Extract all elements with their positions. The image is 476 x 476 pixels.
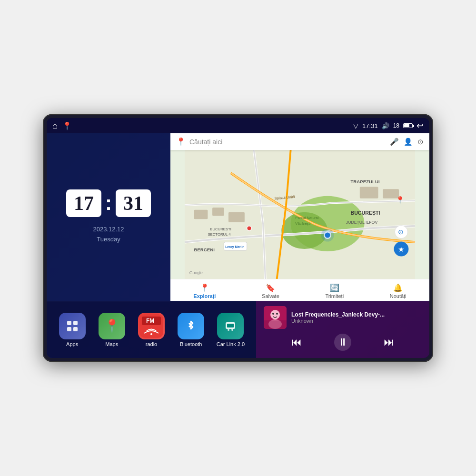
map-search-input[interactable]: Căutați aici [189,138,386,146]
svg-rect-28 [67,321,71,325]
music-track-info: Lost Frequencies_Janieck Devy-... Unknow… [264,306,422,329]
share-label: Trimiteți [325,293,344,299]
app-item-maps[interactable]: 📍 Maps [94,313,129,347]
news-icon: 🔔 [393,283,403,292]
svg-rect-30 [67,327,71,331]
status-bar-right: ▽ 17:31 🔊 18 ↩ [353,120,424,131]
music-thumbnail [264,306,287,329]
svg-text:★: ★ [398,246,404,253]
status-bar-left: ⌂ 📍 [52,121,72,131]
svg-text:TRAPEZULUI: TRAPEZULUI [350,179,379,184]
svg-point-41 [270,310,280,319]
maps-label: Maps [105,341,118,347]
device-screen: ⌂ 📍 ▽ 17:31 🔊 18 ↩ [47,118,429,358]
app-item-radio[interactable]: FM radio [133,313,169,347]
svg-rect-4 [212,208,224,216]
svg-point-35 [150,333,152,335]
music-controls: ⏮ ⏸ ⏭ [264,332,422,353]
profile-icon[interactable]: 👤 [404,138,413,146]
signal-icon: ▽ [353,122,358,129]
prev-button[interactable]: ⏮ [288,334,305,351]
mic-icon[interactable]: 🎤 [390,138,399,146]
bottom-section: Apps 📍 Maps [47,301,429,358]
news-label: Noutăți [390,293,407,299]
svg-text:Leroy Merlin: Leroy Merlin [225,245,244,249]
svg-text:Parcul Natural: Parcul Natural [295,216,318,220]
map-search-bar[interactable]: 📍 Căutați aici 🎤 👤 ⊙ [170,133,429,150]
volume-icon: 🔊 [382,122,389,129]
map-footer: 📍 Explorați 🔖 Salvate 🔄 Trimiteți � [170,279,429,301]
bluetooth-label: Bluetooth [180,341,202,347]
clock-hour: 17 [74,192,94,214]
map-body[interactable]: TRAPEZULUI BUCUREȘTI JUDEȚUL ILFOV BERCE… [170,150,429,279]
radio-label: radio [146,341,157,347]
bluetooth-icon-circle [178,313,204,339]
top-section: 17 : 31 2023.12.12 Tuesday [47,133,429,301]
saved-label: Salvate [262,293,279,299]
music-text: Lost Frequencies_Janieck Devy-... Unknow… [291,311,422,324]
svg-text:BERCENI: BERCENI [194,247,215,252]
clock-day-value: Tuesday [93,235,124,245]
svg-rect-5 [228,212,245,222]
svg-text:Google: Google [189,270,203,275]
carlink-icon [217,313,244,339]
radio-icon: FM [138,313,165,339]
map-footer-news[interactable]: 🔔 Noutăți [390,283,407,299]
clock-date: 2023.12.12 Tuesday [93,225,124,245]
volume-level: 18 [393,122,399,129]
svg-rect-37 [227,324,234,327]
clock-widget: 17 : 31 2023.12.12 Tuesday [47,133,170,301]
apps-section: Apps 📍 Maps [47,301,256,358]
maps-status-icon[interactable]: 📍 [62,121,72,130]
map-header-icons: 🎤 👤 ⊙ [390,138,424,146]
map-footer-share[interactable]: 🔄 Trimiteți [325,283,344,299]
battery-icon [403,123,413,128]
saved-icon: 🔖 [266,283,275,292]
svg-rect-3 [194,210,208,219]
app-item-bluetooth[interactable]: Bluetooth [173,313,209,347]
status-time: 17:31 [362,122,378,129]
home-icon[interactable]: ⌂ [52,121,58,131]
svg-text:BUCUREȘTI: BUCUREȘTI [350,210,380,216]
svg-rect-45 [264,320,287,329]
svg-point-38 [228,329,229,331]
map-pin-icon: 📍 [176,137,186,146]
next-button[interactable]: ⏭ [380,334,397,351]
svg-rect-31 [73,327,78,331]
app-item-carlink[interactable]: Car Link 2.0 [213,313,248,347]
back-icon[interactable]: ↩ [416,120,424,131]
play-pause-button[interactable]: ⏸ [334,334,351,351]
svg-point-21 [321,229,334,242]
share-icon: 🔄 [330,283,339,292]
explore-label: Explorați [193,293,216,299]
svg-text:SECTORUL 4: SECTORUL 4 [208,232,231,237]
svg-text:JUDEȚUL ILFOV: JUDEȚUL ILFOV [346,220,378,225]
svg-rect-6 [360,187,378,198]
clock-display: 17 : 31 [66,189,151,217]
clock-hour-block: 17 [66,189,101,217]
music-title: Lost Frequencies_Janieck Devy-... [291,311,422,318]
svg-text:BUCUREȘTI: BUCUREȘTI [210,227,231,231]
svg-text:⊙: ⊙ [398,228,404,236]
explore-icon: 📍 [200,283,209,292]
map-footer-explore[interactable]: 📍 Explorați [193,283,216,299]
layers-icon[interactable]: ⊙ [417,138,424,146]
svg-text:Văcărești: Văcărești [295,221,311,226]
svg-text:📍: 📍 [396,196,405,205]
svg-rect-29 [73,321,78,325]
map-widget[interactable]: 📍 Căutați aici 🎤 👤 ⊙ [170,133,429,301]
music-artist: Unknown [291,318,422,324]
clock-minute: 31 [123,192,143,214]
clock-colon: : [105,193,112,213]
carlink-label: Car Link 2.0 [217,341,245,347]
status-bar: ⌂ 📍 ▽ 17:31 🔊 18 ↩ [47,118,429,133]
app-item-apps[interactable]: Apps [54,313,90,347]
apps-icon [59,313,86,339]
music-player: Lost Frequencies_Janieck Devy-... Unknow… [256,301,429,358]
map-footer-saved[interactable]: 🔖 Salvate [262,283,279,299]
clock-date-value: 2023.12.12 [93,225,124,235]
main-content: 17 : 31 2023.12.12 Tuesday [47,133,429,358]
maps-icon: 📍 [99,313,125,339]
clock-minute-block: 31 [116,189,151,217]
svg-point-22 [247,226,252,231]
